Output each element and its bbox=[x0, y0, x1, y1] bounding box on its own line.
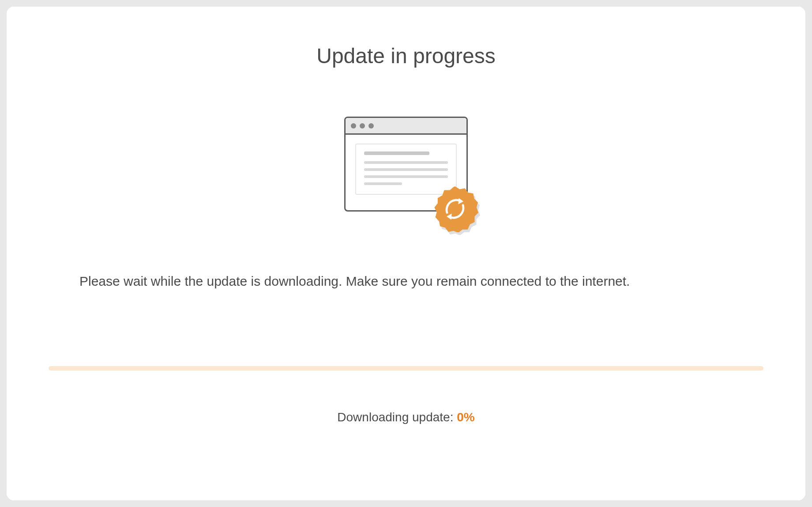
download-status-percent: 0% bbox=[457, 410, 474, 424]
content-text-line bbox=[364, 168, 448, 171]
download-status-label: Downloading update: bbox=[337, 410, 457, 424]
content-text-line bbox=[364, 161, 448, 164]
content-text-line bbox=[364, 182, 402, 185]
progress-bar-track bbox=[49, 366, 763, 371]
page-title: Update in progress bbox=[316, 44, 496, 68]
content-heading-line bbox=[364, 151, 429, 155]
window-control-dot bbox=[368, 123, 374, 129]
update-illustration bbox=[331, 117, 481, 231]
sync-badge-icon bbox=[432, 185, 478, 232]
window-control-dot bbox=[351, 123, 356, 129]
window-control-dot bbox=[360, 123, 365, 129]
update-description: Please wait while the update is download… bbox=[79, 271, 630, 291]
download-status: Downloading update: 0% bbox=[337, 410, 474, 424]
update-dialog-card: Update in progress bbox=[7, 7, 805, 500]
sync-refresh-icon bbox=[432, 185, 478, 232]
content-text-line bbox=[364, 175, 448, 178]
browser-titlebar bbox=[346, 118, 466, 135]
